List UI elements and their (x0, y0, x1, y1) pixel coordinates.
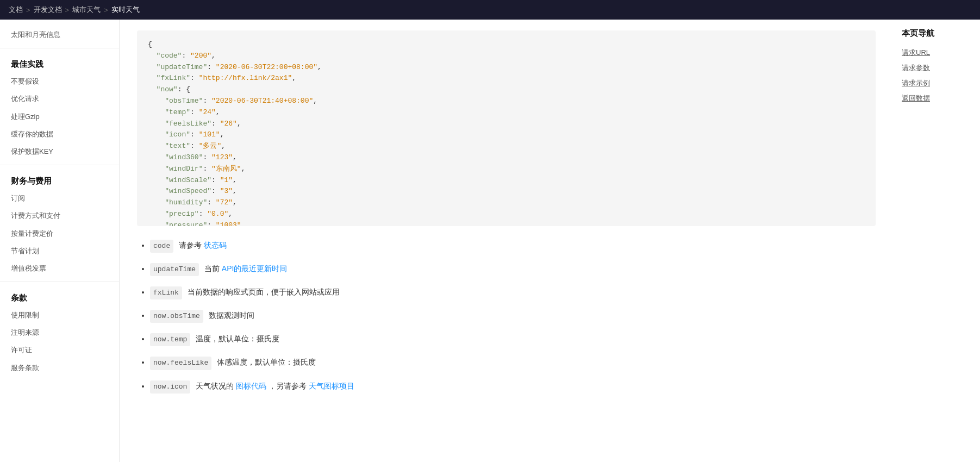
right-nav-request-params[interactable]: 请求参数 (902, 60, 971, 76)
code-line-11: "wind360": "123", (148, 152, 865, 164)
field-link-icon-project[interactable]: 天气图标项目 (309, 382, 354, 390)
sidebar-divider-2 (0, 165, 119, 165)
sidebar-section-finance: 财务与费用 (0, 170, 119, 190)
sidebar-item-tos[interactable]: 服务条款 (0, 359, 119, 377)
right-nav-request-url[interactable]: 请求URL (902, 45, 971, 60)
field-desc-obs-time: 数据观测时间 (209, 311, 254, 320)
field-tag-temp: now.temp (150, 333, 190, 346)
breadcrumb-wendang[interactable]: 文档 (9, 5, 23, 15)
breadcrumb-sep-1: > (26, 6, 30, 14)
right-nav: 本页导航 请求URL 请求参数 请求示例 返回数据 (893, 20, 980, 462)
main-content: { "code": "200", "updateTime": "2020-06-… (120, 20, 893, 462)
breadcrumb-shishi: 实时天气 (111, 5, 140, 15)
field-item-obs-time: now.obsTime 数据观测时间 (150, 309, 876, 323)
sidebar-section-terms: 条款 (0, 286, 119, 307)
field-item-fxlink: fxLink 当前数据的响应式页面，便于嵌入网站或应用 (150, 286, 876, 299)
field-tag-update-time: updateTime (150, 263, 199, 276)
field-item-temp: now.temp 温度，默认单位：摄氏度 (150, 333, 876, 346)
code-line-16: "precip": "0.0", (148, 209, 865, 220)
code-line-12: "windDir": "东南风", (148, 164, 865, 175)
code-line-10: "text": "多云", (148, 141, 865, 152)
sidebar-item-protect-key[interactable]: 保护数据KEY (0, 143, 119, 160)
field-list: code 请参考 状态码 updateTime 当前 API的最近更新时间 fx… (137, 239, 876, 394)
field-desc-update-time: 当前 (204, 264, 220, 273)
sidebar-item-usage-limit[interactable]: 使用限制 (0, 307, 119, 324)
code-block[interactable]: { "code": "200", "updateTime": "2020-06-… (137, 30, 876, 226)
sidebar-item-sun-moon[interactable]: 太阳和月亮信息 (0, 26, 119, 43)
code-line-9: "icon": "101", (148, 129, 865, 141)
code-line-7: "temp": "24", (148, 107, 865, 118)
field-item-icon: now.icon 天气状况的 图标代码 ，另请参考 天气图标项目 (150, 380, 876, 394)
field-item-code: code 请参考 状态码 (150, 239, 876, 253)
code-line-17: "pressure": "1003", (148, 220, 865, 226)
field-link-update-time[interactable]: API的最近更新时间 (222, 264, 288, 273)
breadcrumb-chengshi[interactable]: 城市天气 (72, 5, 101, 15)
sidebar-item-no-assume[interactable]: 不要假设 (0, 73, 119, 90)
breadcrumb-sep-2: > (65, 6, 70, 14)
field-link-icon-code[interactable]: 图标代码 (236, 382, 266, 390)
code-line-2: "code": "200", (148, 51, 865, 62)
code-line-1: { (148, 39, 865, 51)
sidebar-item-payment[interactable]: 计费方式和支付 (0, 207, 119, 224)
breadcrumb-sep-3: > (104, 6, 108, 14)
field-tag-code: code (150, 240, 173, 253)
code-line-8: "feelsLike": "26", (148, 118, 865, 130)
field-tag-feels-like: now.feelsLike (150, 357, 211, 370)
field-item-feels-like: now.feelsLike 体感温度，默认单位：摄氏度 (150, 356, 876, 370)
field-desc-temp: 温度，默认单位：摄氏度 (196, 334, 279, 343)
field-desc-icon: 天气状况的 (196, 382, 234, 390)
field-tag-obs-time: now.obsTime (150, 310, 203, 323)
right-nav-response-data[interactable]: 返回数据 (902, 91, 971, 106)
field-link-code[interactable]: 状态码 (204, 241, 227, 249)
field-tag-fxlink: fxLink (150, 286, 182, 299)
sidebar-divider-1 (0, 48, 119, 48)
code-line-13: "windScale": "1", (148, 175, 865, 186)
code-line-3: "updateTime": "2020-06-30T22:00+08:00", (148, 62, 865, 73)
sidebar-divider-3 (0, 282, 119, 282)
field-extra-text-icon: ，另请参考 (269, 382, 307, 390)
field-desc-fxlink: 当前数据的响应式页面，便于嵌入网站或应用 (188, 288, 340, 296)
sidebar-item-pricing[interactable]: 按量计费定价 (0, 225, 119, 242)
sidebar: 太阳和月亮信息 最佳实践 不要假设 优化请求 处理Gzip 缓存你的数据 保护数… (0, 20, 120, 462)
sidebar-item-license[interactable]: 许可证 (0, 341, 119, 359)
sidebar-section-best-practices: 最佳实践 (0, 53, 119, 73)
code-line-14: "windSpeed": "3", (148, 186, 865, 197)
right-nav-title: 本页导航 (902, 28, 971, 39)
code-line-15: "humidity": "72", (148, 197, 865, 209)
code-line-5: "now": { (148, 84, 865, 96)
sidebar-item-attribution[interactable]: 注明来源 (0, 324, 119, 341)
sidebar-item-invoice[interactable]: 增值税发票 (0, 260, 119, 277)
sidebar-item-optimize[interactable]: 优化请求 (0, 90, 119, 108)
field-item-update-time: updateTime 当前 API的最近更新时间 (150, 263, 876, 276)
field-tag-icon: now.icon (150, 380, 190, 394)
sidebar-item-gzip[interactable]: 处理Gzip (0, 108, 119, 126)
sidebar-item-savings[interactable]: 节省计划 (0, 242, 119, 260)
sidebar-item-cache[interactable]: 缓存你的数据 (0, 126, 119, 143)
breadcrumb-kaifa[interactable]: 开发文档 (34, 5, 62, 15)
right-nav-request-example[interactable]: 请求示例 (902, 76, 971, 91)
field-desc-code: 请参考 (179, 241, 202, 249)
sidebar-item-subscribe[interactable]: 订阅 (0, 190, 119, 207)
field-desc-feels-like: 体感温度，默认单位：摄氏度 (217, 358, 316, 366)
topbar: 文档 > 开发文档 > 城市天气 > 实时天气 (0, 0, 980, 20)
code-line-4: "fxLink": "http://hfx.link/2ax1", (148, 73, 865, 84)
code-line-6: "obsTime": "2020-06-30T21:40+08:00", (148, 96, 865, 107)
